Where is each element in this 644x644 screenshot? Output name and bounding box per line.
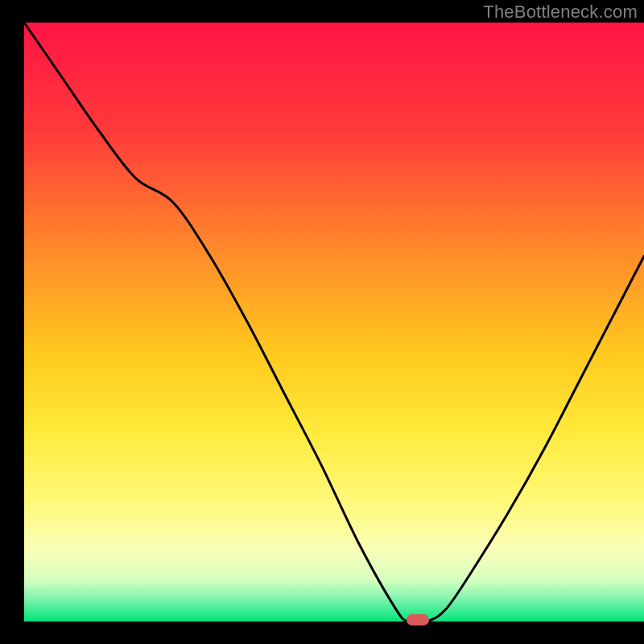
chart-svg (0, 0, 644, 644)
chart-frame: TheBottleneck.com (0, 0, 644, 644)
optimum-marker (407, 614, 429, 625)
watermark-label: TheBottleneck.com (483, 2, 638, 23)
plot-background (24, 23, 644, 621)
